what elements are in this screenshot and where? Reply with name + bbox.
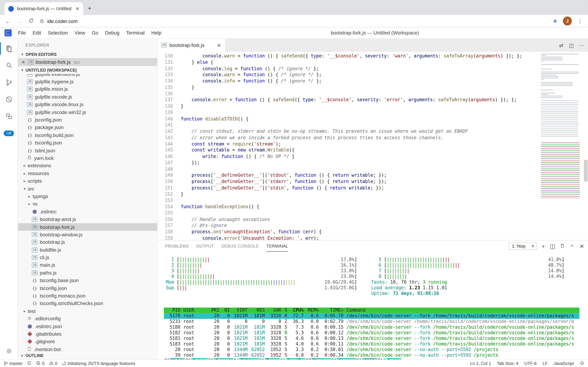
open-editor-item[interactable]: ✕ JS bootstrap-fork.js src [18, 58, 157, 66]
tree-file-tsconfig.monaco.json[interactable]: {}tsconfig.monaco.json [18, 292, 157, 300]
tree-file-cli.js[interactable]: JScli.js [18, 254, 157, 261]
tree-file-tsconfig.json[interactable]: {}tsconfig.json [18, 284, 157, 292]
tree-folder-extensions[interactable]: ▸extensions [18, 162, 157, 170]
tree-folder-typings[interactable]: ▸typings [18, 192, 157, 200]
forward-icon[interactable]: → [17, 18, 22, 24]
tree-folder-test[interactable]: ▸test [18, 307, 157, 315]
back-icon[interactable]: ← [5, 18, 11, 24]
tree-file-bootstrap-fork.js[interactable]: JSbootstrap-fork.js [18, 223, 157, 231]
outline-header[interactable]: ▸ OUTLINE [18, 351, 157, 359]
close-panel-icon[interactable]: ✕ [580, 243, 584, 249]
tree-file-.mention-bot[interactable]: .mention-bot [18, 345, 157, 351]
process-row-5233[interactable]: 5233root200000Z36.30.00:02.79/dev/shm/bi… [164, 319, 580, 325]
htop-key-f2[interactable]: F2 [185, 358, 191, 359]
htop-key-f10[interactable]: F10 [377, 358, 386, 359]
tree-file-.eslintrc.json[interactable]: .eslintrc.json [18, 323, 157, 330]
menu-view[interactable]: View [71, 30, 88, 35]
tree-file-.gitattributes[interactable]: .gitattributes [18, 330, 157, 338]
panel-tab-terminal[interactable]: TERMINAL [266, 240, 288, 252]
open-changes-icon[interactable]: ⇄ [559, 42, 563, 48]
process-row-20[interactable]: 20root2001344M620521952S3.30.20:30.01/de… [164, 347, 580, 353]
extensions-icon[interactable] [0, 108, 18, 125]
terminal-output[interactable]: 1[||||||||||||17.8%]2[|||||||||16.1%]3[|… [157, 252, 588, 359]
maximize-panel-icon[interactable] [570, 243, 575, 249]
tree-file-gulpfile.extensions.js[interactable]: JSgulpfile.extensions.js [18, 74, 157, 78]
open-editors-header[interactable]: ▾ OPEN EDITORS [18, 50, 157, 58]
tree-file-.eslintrc[interactable]: .eslintrc [18, 208, 157, 216]
menu-go[interactable]: Go [88, 30, 102, 35]
status-item-r1[interactable]: Tab Size: 4 [497, 361, 518, 366]
htop-key-f8[interactable]: F8 [331, 358, 337, 359]
split-editor-icon[interactable]: ◫ [569, 42, 574, 48]
editor-scrollbar-thumb[interactable] [584, 160, 588, 182]
profile-avatar[interactable]: J [563, 17, 572, 25]
status-item-r4[interactable]: JavaScript [554, 361, 574, 366]
status-item-r0[interactable]: Ln 1, Col 1 [470, 361, 491, 366]
htop-key-f9[interactable]: F9 [356, 358, 362, 359]
tree-file-tsconfig.strictNullChecks.json[interactable]: {}tsconfig.strictNullChecks.json [18, 300, 157, 307]
status-warning-l3[interactable]: 0 [49, 361, 58, 366]
menu-edit[interactable]: Edit [29, 30, 44, 35]
status-item-r2[interactable]: UTF-8 [524, 361, 537, 366]
menu-debug[interactable]: Debug [102, 30, 123, 35]
telemetry-off-badge[interactable]: Off [4, 130, 14, 136]
terminal-select[interactable]: 1: htop ▲▼ [508, 242, 537, 250]
menu-file[interactable]: File [15, 30, 29, 35]
code-editor[interactable]: 1301311321331341351361371381391401411421… [157, 52, 588, 240]
new-terminal-icon[interactable]: + [542, 243, 545, 249]
status-bell-r5[interactable] [580, 361, 584, 366]
menu-selection[interactable]: Selection [44, 30, 71, 35]
process-row-39[interactable]: 39root2001344M620521952S0.00.20:00.34/de… [164, 353, 580, 358]
tree-file-bootstrap-amd.js[interactable]: JSbootstrap-amd.js [18, 216, 157, 223]
source-control-icon[interactable] [0, 74, 18, 91]
status-error-l2[interactable]: 0 [36, 361, 44, 366]
editor-more-actions-icon[interactable]: ⋯ [579, 42, 584, 48]
new-tab-button[interactable]: + [88, 5, 91, 12]
search-icon[interactable] [0, 57, 18, 74]
tab-close-icon[interactable]: ✕ [217, 42, 221, 48]
editor-tab-bootstrap-fork[interactable]: JS bootstrap-fork.js ✕ [157, 39, 225, 52]
tree-file-gulpfile.hygiene.js[interactable]: JSgulpfile.hygiene.js [18, 78, 157, 85]
workspace-header[interactable]: ▾ UNTITLED (WORKSPACE) [18, 66, 157, 74]
tree-file-paths.js[interactable]: JSpaths.js [18, 269, 157, 277]
process-row-5183[interactable]: 5183root2001021M181M3328S4.00.60:00.11/d… [164, 341, 580, 347]
address-bar[interactable]: ide.coder.com [40, 18, 547, 24]
tree-file-tsconfig.build.json[interactable]: {}tsconfig.build.json [18, 131, 157, 139]
bookmark-star-icon[interactable]: ★ [553, 18, 558, 25]
process-row-5181[interactable]: 5181root2001021M181M3328S4.60.60:00.13/d… [164, 336, 580, 341]
tree-file-.editorconfig[interactable]: .editorconfig [18, 315, 157, 323]
process-row-5178[interactable]: 5178root2001021M181M3328R72.70.60:05.70/… [164, 313, 580, 319]
status-item-r3[interactable]: LF [543, 361, 548, 366]
status-sync-l1[interactable] [27, 361, 32, 366]
panel-tab-debug-console[interactable]: DEBUG CONSOLE [222, 240, 259, 252]
tree-folder-scripts[interactable]: ▸scripts [18, 177, 157, 185]
close-icon[interactable]: ✕ [21, 59, 26, 65]
tab-close-icon[interactable]: ✕ [75, 6, 79, 11]
browser-menu-icon[interactable]: ⋮ [577, 18, 583, 25]
tree-file-jsconfig.json[interactable]: {}jsconfig.json [18, 116, 157, 124]
htop-key-f6[interactable]: F6 [280, 358, 286, 359]
debug-disabled-icon[interactable] [0, 91, 18, 108]
tree-file-bootstrap-window.js[interactable]: JSbootstrap-window.js [18, 231, 157, 239]
menu-terminal[interactable]: Terminal [123, 30, 148, 35]
tree-file-tsconfig.base.json[interactable]: {}tsconfig.base.json [18, 277, 157, 284]
reload-icon[interactable] [29, 18, 34, 24]
htop-key-f4[interactable]: F4 [233, 358, 239, 359]
tree-file-gulpfile.mixin.js[interactable]: JSgulpfile.mixin.js [18, 85, 157, 93]
split-terminal-icon[interactable]: ◫ [550, 243, 555, 249]
browser-tab[interactable]: bootstrap-fork.js — Untitled (W ✕ [5, 2, 83, 15]
status-branch-l0[interactable]: master [4, 361, 22, 366]
tree-file-bootstrap.js[interactable]: JSbootstrap.js [18, 239, 157, 246]
htop-key-f7[interactable]: F7 [305, 358, 311, 359]
panel-tab-output[interactable]: OUTPUT [196, 240, 214, 252]
tree-file-tsconfig.json[interactable]: {}tsconfig.json [18, 139, 157, 147]
status-spinner-l4[interactable]: Initializing JS/TS language features [62, 361, 135, 366]
tree-file-package.json[interactable]: {}package.json [18, 124, 157, 131]
minimap[interactable] [541, 52, 583, 199]
tree-file-gulpfile.vscode.linux.js[interactable]: JSgulpfile.vscode.linux.js [18, 101, 157, 108]
process-row-5180[interactable]: 5180root2001021M181M3328S7.30.60:00.15/d… [164, 325, 580, 330]
settings-gear-icon[interactable] [0, 342, 18, 359]
kill-terminal-icon[interactable] [560, 243, 565, 249]
process-row-5182[interactable]: 5182root2001021M181M3328R5.30.60:00.12/d… [164, 330, 580, 336]
tree-folder-resources[interactable]: ▸resources [18, 169, 157, 177]
